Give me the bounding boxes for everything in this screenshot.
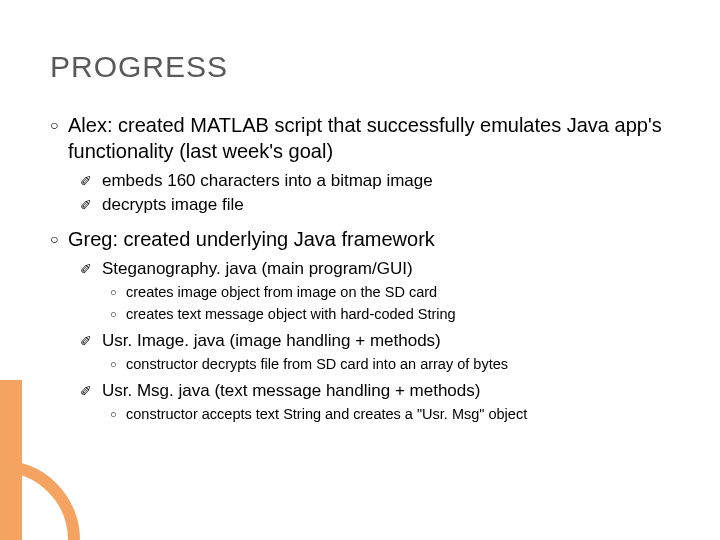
list-item: ○ constructor accepts text String and cr… bbox=[110, 404, 680, 424]
bullet-mark: ○ bbox=[110, 304, 126, 324]
list-item: ✐ decrypts image file bbox=[80, 194, 680, 216]
list-item: ✐ embeds 160 characters into a bitmap im… bbox=[80, 170, 680, 192]
item-text: creates image object from image on the S… bbox=[126, 282, 437, 302]
list-item: ✐ Usr. Msg. java (text message handling … bbox=[80, 380, 680, 402]
slide-content: PROGRESS ○ Alex: created MATLAB script t… bbox=[0, 0, 720, 454]
item-text: creates text message object with hard-co… bbox=[126, 304, 456, 324]
item-text: Greg: created underlying Java framework bbox=[68, 226, 435, 252]
bullet-mark: ✐ bbox=[80, 258, 102, 280]
bullet-mark: ✐ bbox=[80, 170, 102, 192]
item-text: Steganography. java (main program/GUI) bbox=[102, 258, 413, 280]
list-item: ○ constructor decrypts file from SD card… bbox=[110, 354, 680, 374]
list-item: ○ Greg: created underlying Java framewor… bbox=[50, 226, 680, 252]
list-item: ○ creates text message object with hard-… bbox=[110, 304, 680, 324]
bullet-mark: ○ bbox=[110, 282, 126, 302]
item-text: decrypts image file bbox=[102, 194, 244, 216]
bullet-mark: ✐ bbox=[80, 194, 102, 216]
bullet-mark: ✐ bbox=[80, 380, 102, 402]
list-item: ✐ Usr. Image. java (image handling + met… bbox=[80, 330, 680, 352]
item-text: embeds 160 characters into a bitmap imag… bbox=[102, 170, 433, 192]
list-item: ○ Alex: created MATLAB script that succe… bbox=[50, 112, 680, 164]
item-text: constructor decrypts file from SD card i… bbox=[126, 354, 508, 374]
bullet-mark: ○ bbox=[50, 226, 68, 252]
item-text: Usr. Image. java (image handling + metho… bbox=[102, 330, 441, 352]
slide-title: PROGRESS bbox=[50, 50, 680, 84]
item-text: Alex: created MATLAB script that success… bbox=[68, 112, 680, 164]
bullet-mark: ○ bbox=[110, 404, 126, 424]
accent-circle bbox=[0, 460, 80, 540]
outline-list: ○ Alex: created MATLAB script that succe… bbox=[50, 112, 680, 424]
list-item: ✐ Steganography. java (main program/GUI) bbox=[80, 258, 680, 280]
item-text: Usr. Msg. java (text message handling + … bbox=[102, 380, 480, 402]
bullet-mark: ○ bbox=[50, 112, 68, 164]
list-item: ○ creates image object from image on the… bbox=[110, 282, 680, 302]
bullet-mark: ○ bbox=[110, 354, 126, 374]
item-text: constructor accepts text String and crea… bbox=[126, 404, 527, 424]
bullet-mark: ✐ bbox=[80, 330, 102, 352]
